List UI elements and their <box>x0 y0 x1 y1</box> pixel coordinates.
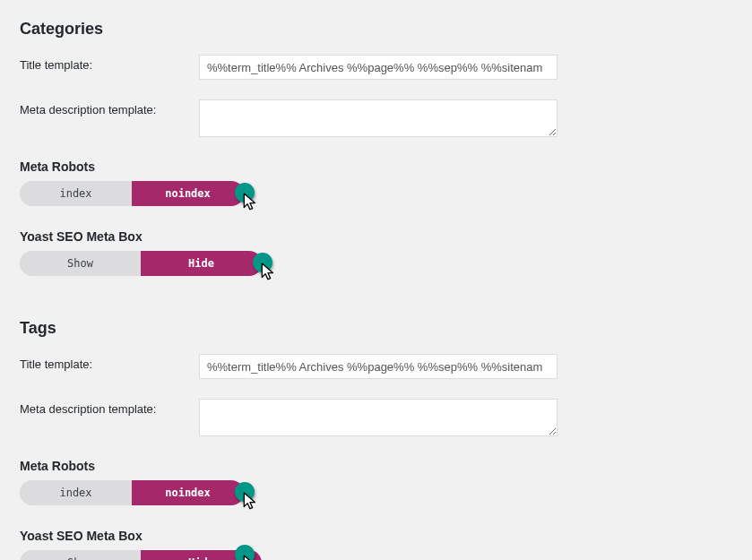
title-template-input-tags[interactable] <box>199 354 558 379</box>
meta-desc-label: Meta description template: <box>20 99 199 116</box>
meta-desc-row-categories: Meta description template: <box>20 99 732 140</box>
title-template-row-tags: Title template: <box>20 354 732 379</box>
title-template-row-categories: Title template: <box>20 55 732 80</box>
metabox-heading: Yoast SEO Meta Box <box>20 229 732 244</box>
meta-desc-textarea-tags[interactable] <box>199 399 558 436</box>
metabox-toggle-categories[interactable]: Show Hide <box>20 251 262 276</box>
section-heading-categories: Categories <box>20 20 732 39</box>
metabox-show-option[interactable]: Show <box>20 550 141 560</box>
meta-robots-index-option[interactable]: index <box>20 480 132 505</box>
meta-robots-index-option[interactable]: index <box>20 181 132 206</box>
section-heading-tags: Tags <box>20 319 732 338</box>
metabox-show-option[interactable]: Show <box>20 251 141 276</box>
meta-robots-block-tags: Meta Robots index noindex <box>20 459 732 505</box>
title-template-label: Title template: <box>20 55 199 72</box>
meta-robots-noindex-option[interactable]: noindex <box>132 480 244 505</box>
highlight-marker-icon <box>235 545 255 560</box>
meta-robots-noindex-option[interactable]: noindex <box>132 181 244 206</box>
metabox-heading: Yoast SEO Meta Box <box>20 529 732 543</box>
meta-robots-toggle-categories[interactable]: index noindex <box>20 181 244 206</box>
title-template-label: Title template: <box>20 354 199 371</box>
highlight-marker-icon <box>235 482 255 502</box>
meta-desc-label: Meta description template: <box>20 399 199 416</box>
highlight-marker-icon <box>253 253 272 272</box>
highlight-marker-icon <box>235 183 255 202</box>
metabox-hide-option[interactable]: Hide <box>141 251 262 276</box>
meta-robots-heading: Meta Robots <box>20 459 732 473</box>
meta-robots-block-categories: Meta Robots index noindex <box>20 159 732 206</box>
metabox-block-tags: Yoast SEO Meta Box Show Hide <box>20 529 732 560</box>
meta-desc-textarea-categories[interactable] <box>199 99 558 137</box>
title-template-input-categories[interactable] <box>199 55 558 80</box>
metabox-block-categories: Yoast SEO Meta Box Show Hide <box>20 229 732 276</box>
meta-desc-row-tags: Meta description template: <box>20 399 732 439</box>
meta-robots-heading: Meta Robots <box>20 159 732 174</box>
meta-robots-toggle-tags[interactable]: index noindex <box>20 480 244 505</box>
metabox-toggle-tags[interactable]: Show Hide <box>20 550 262 560</box>
